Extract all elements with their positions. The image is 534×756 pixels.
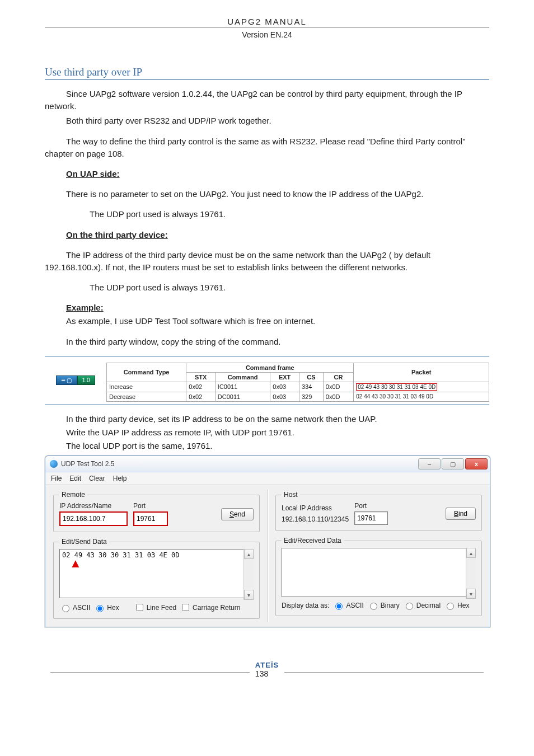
remote-ip-input[interactable] — [59, 511, 128, 526]
scrollbar[interactable]: ▴▾ — [243, 549, 254, 600]
sub-heading-third-party: On the third party device: — [66, 230, 168, 240]
th-cs: CS — [299, 372, 323, 382]
body-p8: As example, I use UDP Test Tool software… — [45, 315, 489, 327]
cell-cs: 334 — [299, 382, 323, 392]
scrollbar[interactable]: ▴▾ — [466, 548, 476, 599]
device-chip: ━ ▢ 1.0 — [56, 375, 95, 385]
radio-disp-ascii[interactable]: ASCII — [332, 601, 363, 610]
cell-packet: 02 44 43 30 30 31 31 03 49 0D — [354, 392, 489, 401]
host-port-input[interactable] — [354, 511, 388, 525]
doc-version: Version EN.24 — [45, 27, 489, 39]
remote-port-label: Port — [133, 502, 168, 510]
cell-stx: 0x02 — [186, 392, 216, 401]
radio-hex[interactable]: Hex — [93, 603, 119, 612]
radio-disp-binary[interactable]: Binary — [367, 601, 400, 610]
check-linefeed[interactable]: Line Feed — [134, 602, 176, 613]
menu-clear[interactable]: Clear — [89, 475, 105, 482]
table-row: Increase 0x02 IC0011 0x03 334 0x0D 02 49… — [107, 382, 489, 392]
section-heading: Use third party over IP — [45, 66, 489, 80]
received-data-legend: Edit/Received Data — [282, 537, 344, 544]
table-row: Decrease 0x02 DC0011 0x03 329 0x0D 02 44… — [107, 392, 489, 401]
body-p9: In the third party window, copy the stri… — [45, 336, 489, 348]
th-command-frame: Command frame — [186, 363, 354, 372]
udp-test-tool-window: UDP Test Tool 2.5 – ▢ x File Edit Clear … — [45, 456, 490, 627]
host-ip-label: Local IP Address — [282, 504, 349, 512]
body-p7: The UDP port used is always 19761. — [45, 281, 489, 294]
cell-type: Decrease — [107, 392, 186, 401]
body-p10: In the third party device, set its IP ad… — [45, 413, 489, 425]
radio-ascii[interactable]: ASCII — [59, 603, 90, 612]
cell-type: Increase — [107, 382, 186, 392]
command-table: Command Type Command frame Packet STX Co… — [106, 363, 489, 402]
th-stx: STX — [186, 372, 216, 382]
cell-stx: 0x02 — [186, 382, 216, 392]
check-carriage-return[interactable]: Carriage Return — [180, 602, 240, 613]
menu-bar: File Edit Clear Help — [45, 472, 490, 485]
doc-title: UAPG2 MANUAL — [45, 17, 489, 26]
window-titlebar[interactable]: UDP Test Tool 2.5 – ▢ x — [45, 456, 490, 472]
radio-disp-decimal[interactable]: Decimal — [403, 601, 441, 610]
cell-cr: 0x0D — [323, 382, 353, 392]
body-p1: Since UAPg2 software version 1.0.2.44, t… — [45, 88, 489, 112]
cell-cmd: DC0011 — [215, 392, 270, 401]
close-button[interactable]: x — [465, 458, 488, 469]
remote-port-input[interactable] — [133, 511, 168, 526]
body-p6: The IP address of the third party device… — [45, 249, 489, 274]
th-command-type: Command Type — [107, 363, 186, 382]
host-ip-value: 192.168.10.110/12345 — [282, 514, 349, 523]
minimize-button[interactable]: – — [418, 458, 441, 469]
host-group: Host Local IP Address 192.168.10.110/123… — [275, 491, 482, 531]
brand-logo: ATEÏS — [255, 661, 279, 669]
send-button[interactable]: Send — [221, 508, 254, 520]
th-command: Command — [215, 372, 270, 382]
received-data-group: Edit/Received Data ▴▾ Display data as: A… — [275, 537, 482, 616]
th-packet: Packet — [354, 363, 489, 382]
remote-ip-label: IP Address/Name — [59, 502, 128, 510]
menu-edit[interactable]: Edit — [69, 475, 81, 482]
body-p11: Write the UAP IP address as remote IP, w… — [45, 426, 489, 439]
sub-heading-example: Example: — [66, 303, 104, 312]
radio-disp-hex[interactable]: Hex — [444, 601, 469, 610]
body-p2: Both third party over RS232 and UDP/IP w… — [45, 115, 489, 127]
cell-cs: 329 — [299, 392, 323, 401]
remote-legend: Remote — [59, 491, 87, 499]
command-table-block: ━ ▢ 1.0 Command Type Command frame Packe… — [45, 356, 489, 405]
maximize-button[interactable]: ▢ — [442, 458, 464, 469]
menu-help[interactable]: Help — [113, 475, 127, 482]
page-number: 138 — [255, 669, 279, 678]
send-data-group: Edit/Send Data ▴▾ ▲ ASCII Hex Line Feed … — [53, 538, 260, 619]
send-data-legend: Edit/Send Data — [59, 538, 109, 546]
th-ext: EXT — [270, 372, 299, 382]
sub-heading-uap: On UAP side: — [66, 169, 120, 179]
th-cr: CR — [323, 372, 353, 382]
page-footer: ATEÏS 138 — [45, 661, 489, 678]
bind-button[interactable]: Bind — [446, 508, 476, 520]
received-data-textarea[interactable] — [282, 548, 476, 597]
cell-ext: 0x03 — [270, 392, 299, 401]
remote-group: Remote IP Address/Name Port Send — [53, 491, 260, 532]
cell-packet: 02 49 43 30 30 31 31 03 4E 0D — [354, 382, 489, 392]
body-p4: There is no parameter to set on the UAPg… — [45, 188, 489, 200]
menu-file[interactable]: File — [51, 475, 62, 482]
app-icon — [50, 460, 58, 468]
host-legend: Host — [282, 491, 300, 499]
host-port-label: Port — [354, 502, 388, 510]
cell-cr: 0x0D — [323, 392, 353, 401]
body-p12: The local UDP port is the same, 19761. — [45, 440, 489, 452]
body-p3: The way to define the third party contro… — [45, 135, 489, 160]
body-p5: The UDP port used is always 19761. — [45, 208, 489, 220]
window-title: UDP Test Tool 2.5 — [61, 460, 418, 468]
display-as-label: Display data as: — [282, 602, 329, 609]
cell-cmd: IC0011 — [215, 382, 270, 392]
cell-ext: 0x03 — [270, 382, 299, 392]
send-data-textarea[interactable] — [59, 549, 254, 598]
